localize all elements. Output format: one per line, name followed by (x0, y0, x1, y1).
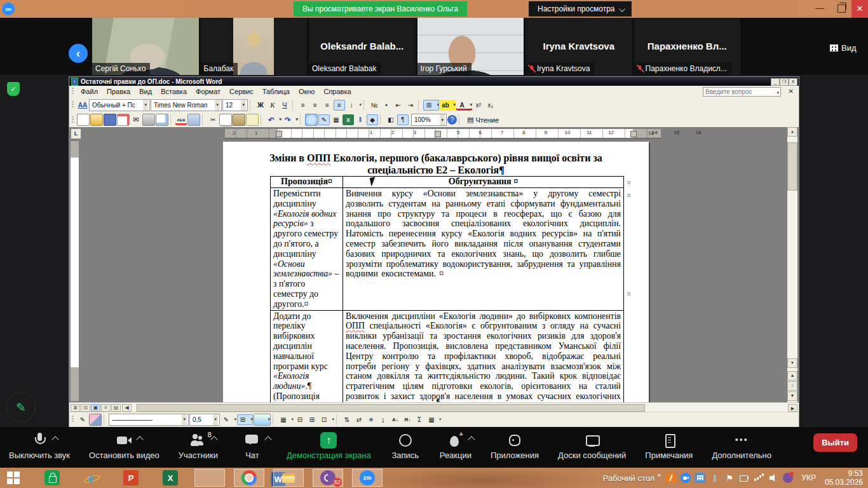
align-center-button[interactable]: ≡ (309, 100, 321, 111)
tables-and-borders-button[interactable]: ✎ (318, 114, 330, 125)
font-color-button[interactable]: А (456, 100, 472, 111)
chevron-up-icon[interactable] (210, 436, 217, 443)
zoom-combo[interactable]: 100%▾ (411, 114, 447, 126)
toolbar-separator[interactable] (300, 114, 303, 125)
chevron-up-icon[interactable] (51, 436, 58, 443)
sort-ascending-button[interactable]: А↓ (390, 414, 401, 425)
view-button[interactable]: Вид (830, 42, 857, 53)
volume-icon[interactable] (768, 473, 778, 483)
increase-indent-button[interactable]: ⇥ (405, 100, 416, 111)
vprint[interactable]: ▣ (91, 404, 100, 412)
network-signal-icon[interactable] (754, 473, 764, 483)
italic-button[interactable]: К (267, 100, 278, 111)
menu-item[interactable]: Вставка (156, 88, 191, 95)
scrollbar-thumb[interactable] (787, 142, 797, 191)
scroll-right-button[interactable]: ▶ (788, 404, 797, 412)
toolbar-separator[interactable] (292, 100, 295, 111)
help-button[interactable]: ? (447, 115, 457, 125)
save-button[interactable] (104, 114, 116, 126)
close-button[interactable]: ✕ (851, 0, 868, 18)
columns-button[interactable]: ‖ (355, 114, 366, 125)
zoom-toolbar-button[interactable]: 8 Участники (179, 432, 218, 460)
taskbar-app-slot[interactable]: P (116, 469, 146, 487)
zoom-toolbar-button[interactable]: Доски сообщений (558, 432, 626, 460)
shading-color-button[interactable] (254, 414, 271, 426)
numbered-list-button[interactable]: № (369, 100, 380, 111)
chevron-down-icon[interactable]: ▾ (215, 100, 220, 111)
chrome-icon[interactable] (241, 470, 257, 485)
scroll-up-button[interactable]: ▲ (787, 127, 797, 137)
minimize-button[interactable]: — (815, 4, 824, 13)
zoom-toolbar-button[interactable]: Приложения (491, 432, 539, 460)
select-browse-object-button[interactable]: ○ (787, 381, 797, 391)
chevron-down-icon[interactable]: ▾ (776, 90, 779, 95)
zoom-toolbar-button[interactable]: Чат (237, 432, 268, 460)
video-tile[interactable]: Сергій Сонько (92, 18, 199, 75)
bluetooth-icon[interactable]: ᛒ (710, 473, 720, 483)
file-explorer-icon[interactable] (281, 470, 296, 485)
align-left-button[interactable]: ≡ (297, 100, 309, 111)
subscript-button[interactable]: х₂ (485, 100, 496, 111)
browse-next-button[interactable]: ▼ (787, 391, 797, 401)
reading-mode-button[interactable]: ▤ Чтение (464, 116, 502, 124)
tray-expand-chevron[interactable]: » (657, 471, 661, 478)
desktop-toolbar-label[interactable]: Рабочий стол (603, 473, 655, 483)
toolbar-separator[interactable] (261, 114, 264, 125)
horizontal-scrollbar-thumb[interactable] (137, 404, 645, 412)
merge-cells-button[interactable]: ⊟ (294, 414, 306, 425)
table-column-marker[interactable] (435, 131, 441, 137)
previous-participants-button[interactable]: ‹ (69, 44, 88, 63)
video-tile[interactable]: Парахненко Вл... Парахненко Владисл... (634, 18, 741, 75)
insert-hyperlink-button[interactable] (305, 114, 318, 126)
table-gridlines-button[interactable]: ▦ (426, 414, 437, 425)
menu-item[interactable]: Таблица (258, 88, 294, 95)
insert-excel-button[interactable]: X (342, 114, 354, 125)
format-painter-button[interactable] (246, 114, 259, 126)
chevron-down-icon[interactable]: ▾ (440, 114, 445, 125)
taskbar-clock[interactable]: 9:53 05.03.2026 (825, 469, 863, 487)
language-tray-icon[interactable] (695, 473, 705, 483)
viber-tray-icon[interactable] (783, 473, 793, 483)
text-direction-button[interactable]: ↨ (377, 414, 389, 425)
email-button[interactable]: ✉ (130, 114, 142, 125)
video-tile[interactable]: Iryna Kravtsova Iryna Kravtsova (526, 18, 632, 75)
toolbar-separator[interactable] (170, 114, 173, 125)
excel-icon[interactable]: X (163, 470, 178, 485)
taskbar-app-slot[interactable]: X (155, 469, 186, 487)
line-style-combo[interactable]: ———————▾ (109, 414, 189, 426)
menu-item[interactable]: Окно (294, 88, 320, 95)
vertical-scrollbar[interactable]: ▲ ▼ ▲ ○ ▼ (787, 127, 797, 402)
toolbar-separator[interactable] (273, 414, 276, 425)
bullet-list-button[interactable]: • (381, 100, 392, 111)
battery-icon[interactable] (739, 473, 749, 483)
decrease-indent-button[interactable]: ⇤ (393, 100, 404, 111)
taskbar-app-slot[interactable]: 52 (313, 469, 343, 487)
menu-item[interactable]: Правка (102, 88, 135, 95)
toolbar-separator[interactable] (380, 114, 383, 125)
toolbar-handle[interactable] (72, 116, 74, 124)
paste-button[interactable] (233, 114, 245, 126)
store-icon[interactable] (44, 470, 60, 485)
new-document-button[interactable] (77, 114, 90, 126)
chevron-up-icon[interactable] (137, 436, 144, 443)
outside-border-button[interactable]: ⊞ (423, 100, 439, 111)
action-center-icon[interactable]: ⚑ (724, 473, 735, 483)
toolbar-handle[interactable] (72, 416, 74, 423)
table-autoformat-button[interactable]: ✳ (365, 414, 377, 425)
bold-button[interactable]: Ж (255, 100, 266, 111)
scroll-left-button[interactable]: ◀ (122, 404, 132, 412)
start-button[interactable] (6, 471, 22, 485)
border-color-button[interactable]: ✎ (220, 414, 236, 425)
taskbar-app-slot[interactable] (234, 469, 264, 487)
vweb[interactable]: ⊡ (81, 404, 90, 412)
align-right-button[interactable]: ≡ (322, 100, 333, 111)
distribute-rows-button[interactable]: ⇅ (341, 414, 353, 425)
view-settings-dropdown[interactable]: Настройки просмотра (529, 1, 632, 17)
outside-border-button[interactable]: ⊞ (237, 414, 253, 425)
avast-tray-icon[interactable] (666, 473, 676, 483)
zoom-toolbar-button[interactable]: Остановить видео (89, 432, 159, 460)
zoom-tray-icon[interactable] (681, 473, 691, 483)
chevron-down-icon[interactable]: ▾ (143, 100, 148, 111)
highlight-button[interactable]: ab (440, 100, 456, 111)
annotate-pencil-button[interactable]: ✎ (6, 393, 36, 422)
